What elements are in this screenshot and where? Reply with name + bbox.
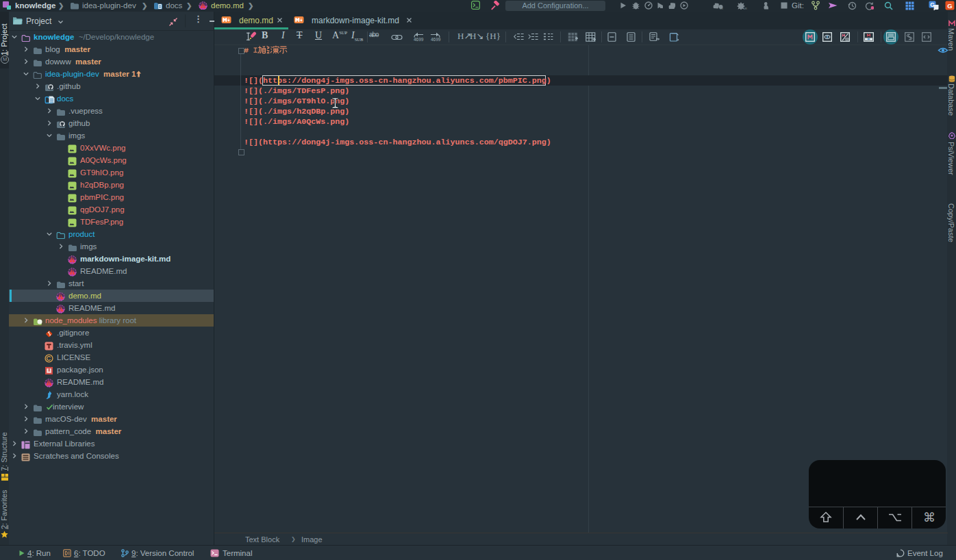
svg-text:G: G — [947, 2, 952, 10]
svg-text:4699: 4699 — [414, 37, 424, 42]
svg-text:JR: JR — [744, 7, 747, 10]
svg-text:4699: 4699 — [431, 37, 441, 42]
svg-text:JR: JR — [720, 7, 723, 10]
